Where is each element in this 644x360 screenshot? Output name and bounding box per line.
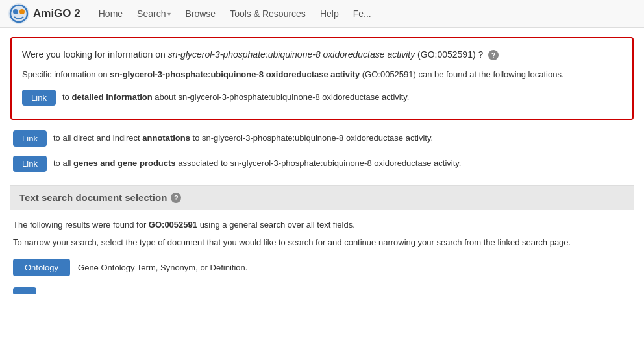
text-search-help-icon[interactable]: ?: [171, 193, 181, 203]
nav-feedback[interactable]: Fe...: [347, 5, 378, 23]
search-dropdown-icon: ▾: [167, 10, 171, 18]
text-search-header-title: Text search document selection: [19, 192, 167, 203]
suggestion-term-italic: sn-glycerol-3-phosphate:ubiquinone-8 oxi…: [168, 49, 415, 60]
bottom-button[interactable]: [13, 287, 36, 294]
nav-search[interactable]: Search ▾: [130, 5, 177, 23]
svg-point-3: [19, 9, 25, 14]
suggestion-question: Were you looking for information on sn-g…: [22, 47, 622, 62]
link-row-2: Link to all direct and indirect annotati…: [10, 130, 634, 147]
suggestion-question-prefix: Were you looking for information on: [22, 49, 168, 60]
link-button-3[interactable]: Link: [13, 156, 47, 172]
nav-menu: Home Search ▾ Browse Tools & Resources H…: [92, 5, 378, 23]
navbar-brand-title: AmiGO 2: [33, 7, 80, 20]
link-row-1: Link to detailed information about sn-gl…: [22, 90, 622, 106]
suggestion-info: Specific information on sn-glycerol-3-ph…: [22, 68, 622, 82]
nav-browse[interactable]: Browse: [179, 5, 222, 23]
text-search-header: Text search document selection ?: [10, 186, 634, 210]
suggestion-question-suffix: ?: [478, 49, 483, 60]
text-search-body: The following results were found for GO:…: [10, 219, 634, 294]
link-desc-2: to all direct and indirect annotations t…: [53, 130, 433, 145]
bottom-button-row: [13, 283, 631, 294]
link-button-1[interactable]: Link: [22, 90, 56, 106]
link-row-3: Link to all genes and gene products asso…: [10, 156, 634, 172]
nav-tools[interactable]: Tools & Resources: [223, 5, 312, 23]
nav-help[interactable]: Help: [314, 5, 345, 23]
suggestion-term-bold: sn-glycerol-3-phosphate:ubiquinone-8 oxi…: [110, 69, 360, 79]
amigo-logo-icon: [8, 3, 30, 25]
ontology-button[interactable]: Ontology: [13, 259, 70, 276]
svg-point-2: [13, 9, 18, 14]
suggestion-go-id: (GO:0052591): [417, 49, 476, 60]
text-search-section: Text search document selection ? The fol…: [10, 186, 634, 294]
suggestion-info-mid: (GO:0052591) can be found at the followi…: [362, 69, 564, 79]
svg-point-0: [8, 3, 29, 24]
nav-home[interactable]: Home: [92, 5, 129, 23]
link-desc-1: to detailed information about sn-glycero…: [62, 90, 409, 104]
text-search-narrow: To narrow your search, select the type o…: [13, 236, 631, 250]
link-button-2[interactable]: Link: [13, 130, 47, 147]
help-circle-icon[interactable]: ?: [488, 50, 499, 60]
link-desc-3: to all genes and gene products associate…: [53, 156, 461, 171]
ontology-row: Ontology Gene Ontology Term, Synonym, or…: [13, 259, 631, 276]
navbar-brand[interactable]: AmiGO 2: [8, 3, 80, 25]
text-search-info: The following results were found for GO:…: [13, 219, 631, 232]
main-content: Were you looking for information on sn-g…: [0, 28, 644, 304]
suggestion-info-prefix: Specific information on: [22, 69, 110, 79]
ontology-desc: Gene Ontology Term, Synonym, or Definiti…: [78, 263, 247, 272]
navbar: AmiGO 2 Home Search ▾ Browse Tools & Res…: [0, 0, 644, 28]
go-id-bold: GO:0052591: [149, 220, 197, 230]
suggestion-box: Were you looking for information on sn-g…: [10, 37, 634, 120]
